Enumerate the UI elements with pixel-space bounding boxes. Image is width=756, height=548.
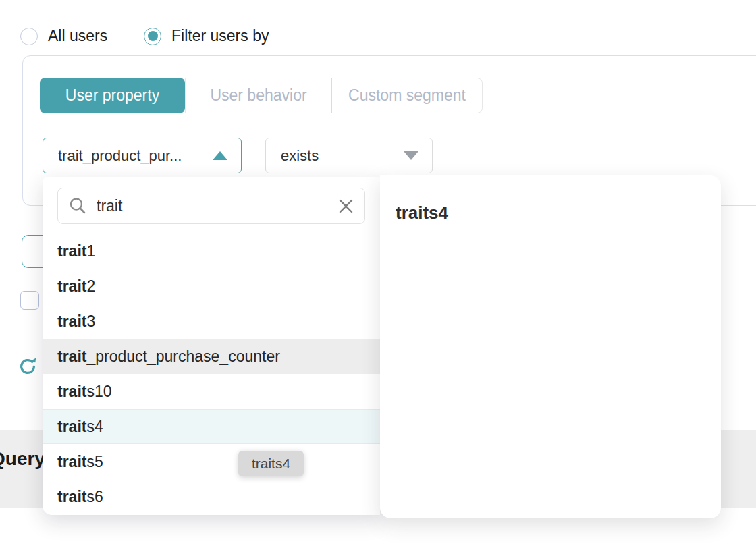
operator-select-value: exists	[281, 147, 404, 165]
option-rest-text: 1	[86, 242, 95, 261]
radio-all-users-label: All users	[48, 27, 107, 45]
option-match-text: trait	[57, 348, 86, 366]
search-input[interactable]	[97, 197, 337, 215]
list-item[interactable]: trait1	[43, 234, 380, 269]
radio-filter-users-by-label: Filter users by	[171, 27, 269, 45]
property-select-value: trait_product_pur...	[58, 147, 213, 165]
option-rest-text: s6	[86, 488, 103, 506]
inactive-tab-group: User behavior Custom segment	[185, 78, 483, 113]
close-icon[interactable]	[337, 197, 355, 215]
tab-custom-segment-label: Custom segment	[348, 86, 466, 105]
chevron-up-icon	[213, 151, 227, 160]
option-match-text: trait	[57, 383, 86, 401]
property-dropdown-panel: trait1 trait2 trait3 trait_product_purch…	[43, 177, 380, 515]
search-icon	[68, 196, 88, 216]
option-match-text: trait	[57, 453, 86, 471]
tooltip: traits4	[238, 451, 304, 476]
option-rest-text: s4	[86, 418, 103, 436]
operator-select[interactable]: exists	[265, 138, 433, 173]
options-list: trait1 trait2 trait3 trait_product_purch…	[43, 234, 380, 514]
filter-tabs: User property User behavior Custom segme…	[40, 78, 483, 113]
property-select[interactable]: trait_product_pur...	[43, 138, 242, 173]
option-rest-text: 2	[86, 277, 95, 296]
option-match-text: trait	[57, 312, 86, 331]
option-match-text: trait	[57, 418, 86, 436]
list-item[interactable]: trait3	[43, 304, 380, 339]
list-item[interactable]: trait2	[43, 269, 380, 304]
tab-user-behavior-label: User behavior	[210, 86, 306, 105]
tab-user-property-label: User property	[65, 86, 159, 105]
list-item[interactable]: trait_product_purchase_counter	[43, 339, 380, 374]
radio-filter-users-by[interactable]: Filter users by	[144, 27, 269, 45]
radio-all-users[interactable]: All users	[20, 27, 107, 45]
checkbox[interactable]	[20, 291, 39, 310]
dropdown-search-box[interactable]	[57, 188, 365, 224]
radio-on-icon[interactable]	[144, 28, 161, 45]
option-rest-text: 3	[86, 312, 95, 331]
option-rest-text: s5	[86, 453, 103, 471]
footer-query-label: Query	[0, 448, 45, 470]
details-title: traits4	[396, 202, 448, 223]
radio-dot	[148, 31, 158, 41]
list-item[interactable]: traits6	[43, 479, 380, 514]
radio-off-icon[interactable]	[20, 28, 38, 45]
option-match-text: trait	[57, 277, 86, 296]
list-item[interactable]: traits5	[43, 444, 380, 479]
tab-user-behavior[interactable]: User behavior	[186, 78, 331, 113]
option-match-text: trait	[57, 488, 86, 506]
list-item[interactable]: traits10	[43, 374, 380, 409]
chevron-down-icon	[404, 151, 418, 160]
option-details-panel: traits4	[380, 175, 721, 518]
tooltip-text: traits4	[252, 456, 290, 472]
option-rest-text: s10	[86, 383, 111, 401]
refresh-icon[interactable]	[18, 356, 38, 377]
tab-user-property[interactable]: User property	[40, 78, 185, 113]
option-match-text: trait	[57, 242, 86, 261]
list-item[interactable]: traits4	[43, 409, 380, 444]
tab-custom-segment[interactable]: Custom segment	[332, 78, 482, 113]
option-rest-text: _product_purchase_counter	[86, 348, 279, 366]
